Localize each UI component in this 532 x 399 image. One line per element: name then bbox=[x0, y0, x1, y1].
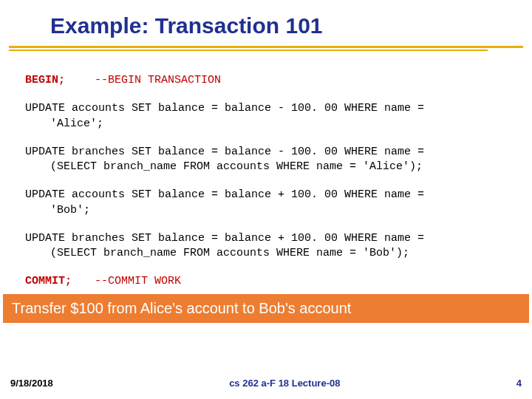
stmt-2-line-b: (SELECT branch_name FROM accounts WHERE … bbox=[25, 160, 526, 174]
stmt-4-line-a: UPDATE branches SET balance = balance + … bbox=[25, 231, 526, 246]
code-block: BEGIN; --BEGIN TRANSACTION UPDATE accoun… bbox=[0, 51, 532, 290]
stmt-1: UPDATE accounts SET balance = balance - … bbox=[25, 101, 526, 132]
stmt-3-line-b: 'Bob'; bbox=[25, 203, 526, 218]
footer-page: 4 bbox=[516, 378, 522, 389]
stmt-3-line-a: UPDATE accounts SET balance = balance + … bbox=[25, 188, 526, 202]
stmt-1-line-a: UPDATE accounts SET balance = balance - … bbox=[25, 101, 526, 116]
stmt-2-line-a: UPDATE branches SET balance = balance - … bbox=[25, 145, 526, 160]
title-underline-thick bbox=[9, 46, 523, 48]
caption-bar: Transfer $100 from Alice's account to Bo… bbox=[3, 294, 529, 323]
stmt-2: UPDATE branches SET balance = balance - … bbox=[25, 145, 526, 175]
stmt-1-line-b: 'Alice'; bbox=[25, 117, 526, 132]
stmt-3: UPDATE accounts SET balance = balance + … bbox=[25, 188, 526, 218]
stmt-4-line-b: (SELECT branch_name FROM accounts WHERE … bbox=[25, 246, 526, 261]
begin-keyword: BEGIN; bbox=[25, 73, 95, 88]
begin-comment: --BEGIN TRANSACTION bbox=[95, 73, 221, 88]
commit-comment: --COMMIT WORK bbox=[95, 274, 181, 289]
begin-line: BEGIN; --BEGIN TRANSACTION bbox=[25, 73, 526, 88]
stmt-4: UPDATE branches SET balance = balance + … bbox=[25, 231, 526, 262]
footer-center: cs 262 a-F 18 Lecture-08 bbox=[229, 378, 340, 389]
commit-keyword: COMMIT; bbox=[25, 274, 95, 289]
commit-line: COMMIT; --COMMIT WORK bbox=[25, 274, 526, 289]
title-block: Example: Transaction 101 bbox=[0, 0, 532, 38]
footer-date: 9/18/2018 bbox=[10, 378, 53, 389]
slide-title: Example: Transaction 101 bbox=[50, 13, 532, 38]
caption-text: Transfer $100 from Alice's account to Bo… bbox=[12, 300, 351, 316]
footer: 9/18/2018 cs 262 a-F 18 Lecture-08 4 bbox=[0, 378, 532, 389]
slide: Example: Transaction 101 BEGIN; --BEGIN … bbox=[0, 0, 532, 399]
